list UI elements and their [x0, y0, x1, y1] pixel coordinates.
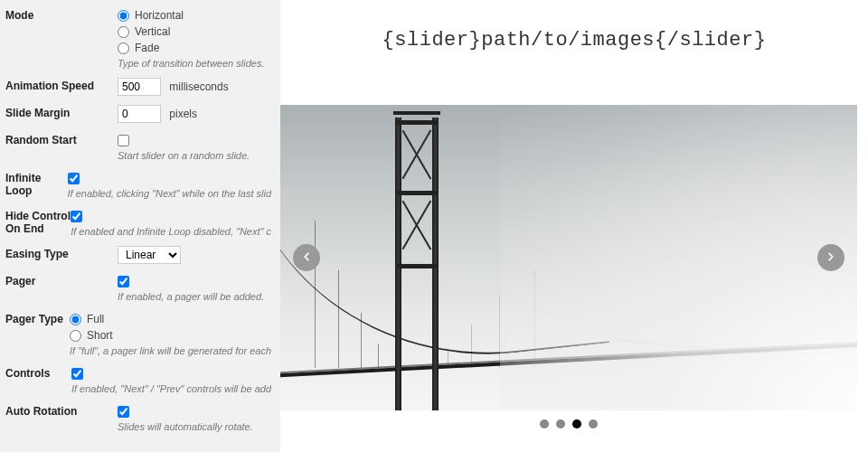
- pager-type-option-short[interactable]: Short: [70, 327, 271, 344]
- row-hide-control-on-end: Hide Control On End If enabled and Infin…: [5, 206, 271, 239]
- chevron-right-icon: [825, 250, 837, 266]
- label-infinite-loop: Infinite Loop: [5, 170, 68, 197]
- slide-margin-input[interactable]: [118, 105, 161, 123]
- pager-type-option-full[interactable]: Full: [70, 311, 271, 327]
- row-controls: Controls If enabled, "Next" / "Prev" con…: [5, 363, 271, 396]
- row-pager: Pager If enabled, a pager will be added.: [5, 271, 271, 304]
- label-auto-rotation: Auto Rotation: [5, 403, 118, 418]
- mode-radio-fade[interactable]: [118, 42, 129, 54]
- pager-dot-4[interactable]: [589, 419, 598, 428]
- next-button[interactable]: [817, 244, 844, 271]
- label-random-start: Random Start: [5, 132, 118, 146]
- random-start-checkbox[interactable]: [118, 135, 129, 146]
- slider: [280, 105, 857, 436]
- mode-option-fade[interactable]: Fade: [118, 40, 271, 56]
- pager-type-radio-full[interactable]: [70, 314, 81, 325]
- pager-type-radio-short[interactable]: [70, 330, 81, 342]
- help-random-start: Start slider on a random slide.: [118, 150, 271, 161]
- help-infinite-loop: If enabled, clicking "Next" while on the…: [68, 188, 271, 199]
- animation-speed-input[interactable]: [118, 78, 161, 96]
- mode-option-horizontal[interactable]: Horizontal: [118, 7, 271, 24]
- help-hide-control-on-end: If enabled and Infinite Loop disabled, "…: [71, 226, 271, 237]
- slider-settings-panel: Mode Horizontal Vertical Fade Type of tr…: [0, 0, 280, 452]
- mode-option-vertical[interactable]: Vertical: [118, 24, 271, 40]
- controls-checkbox[interactable]: [71, 368, 83, 380]
- label-animation-speed: Animation Speed: [5, 78, 118, 92]
- infinite-loop-checkbox[interactable]: [68, 173, 80, 184]
- label-mode: Mode: [5, 7, 118, 22]
- easing-type-select[interactable]: Linear: [118, 246, 181, 264]
- pager-checkbox[interactable]: [118, 276, 129, 287]
- slide-image: [280, 105, 857, 410]
- row-easing-type: Easing Type Linear: [5, 244, 271, 266]
- row-pager-type: Pager Type Full Short If "full", a pager…: [5, 309, 271, 358]
- slide-margin-units: pixels: [169, 108, 197, 120]
- help-controls: If enabled, "Next" / "Prev" controls wil…: [71, 383, 271, 394]
- mode-radio-vertical[interactable]: [118, 26, 129, 38]
- chevron-left-icon: [300, 250, 313, 266]
- slider-preview: {slider}path/to/images{/slider}: [280, 0, 868, 452]
- help-mode: Type of transition between slides.: [118, 58, 271, 69]
- auto-rotation-checkbox[interactable]: [118, 406, 129, 418]
- pager-dot-3[interactable]: [572, 419, 581, 428]
- bridge-tower: [390, 105, 444, 410]
- row-infinite-loop: Infinite Loop If enabled, clicking "Next…: [5, 168, 271, 201]
- animation-speed-units: milliseconds: [169, 80, 228, 93]
- row-random-start: Random Start Start slider on a random sl…: [5, 130, 271, 163]
- label-easing-type: Easing Type: [5, 246, 118, 260]
- label-hide-control-on-end: Hide Control On End: [5, 208, 71, 235]
- pager-dots: [280, 410, 857, 428]
- help-pager-type: If "full", a pager link will be generate…: [70, 345, 271, 356]
- row-mode: Mode Horizontal Vertical Fade Type of tr…: [5, 5, 271, 71]
- label-controls: Controls: [5, 365, 71, 380]
- prev-button[interactable]: [293, 244, 320, 271]
- mode-radio-horizontal[interactable]: [118, 10, 129, 22]
- pager-dot-2[interactable]: [556, 419, 565, 428]
- hide-control-on-end-checkbox[interactable]: [71, 211, 82, 222]
- label-pager-type: Pager Type: [5, 311, 70, 325]
- shortcode-example: {slider}path/to/images{/slider}: [280, 0, 868, 62]
- row-animation-speed: Animation Speed milliseconds: [5, 76, 271, 98]
- row-slide-margin: Slide Margin pixels: [5, 103, 271, 125]
- help-auto-rotation: Slides will automatically rotate.: [118, 421, 271, 432]
- label-pager: Pager: [5, 273, 118, 287]
- label-slide-margin: Slide Margin: [5, 105, 118, 119]
- pager-dot-1[interactable]: [540, 419, 549, 428]
- help-pager: If enabled, a pager will be added.: [118, 291, 271, 302]
- row-auto-rotation: Auto Rotation Slides will automatically …: [5, 401, 271, 434]
